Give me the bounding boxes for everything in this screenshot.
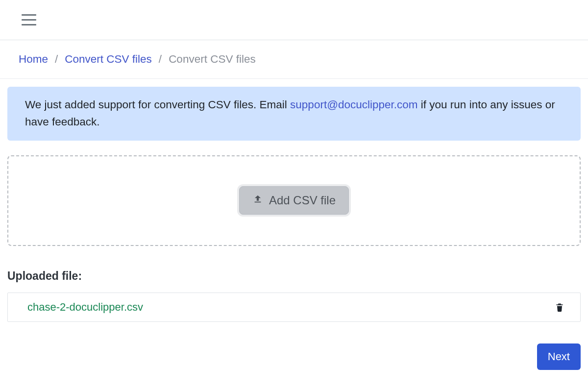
add-file-button[interactable]: Add CSV file — [239, 186, 349, 215]
uploaded-heading: Uploaded file: — [7, 270, 581, 283]
breadcrumb-bar: Home / Convert CSV files / Convert CSV f… — [0, 40, 588, 79]
upload-icon — [252, 194, 263, 207]
next-button[interactable]: Next — [537, 343, 581, 370]
delete-file-button[interactable] — [554, 301, 565, 314]
file-dropzone[interactable]: Add CSV file — [7, 155, 581, 246]
hamburger-line — [22, 19, 36, 21]
menu-toggle-button[interactable] — [19, 11, 39, 29]
hamburger-line — [22, 14, 36, 16]
support-email-link[interactable]: support@docuclipper.com — [290, 98, 417, 111]
breadcrumb: Home / Convert CSV files / Convert CSV f… — [19, 53, 569, 66]
navbar — [0, 0, 588, 40]
breadcrumb-separator: / — [159, 53, 162, 66]
uploaded-file-row: chase-2-docuclipper.csv — [7, 293, 581, 322]
main-content: We just added support for converting CSV… — [0, 79, 588, 370]
alert-text-before: We just added support for converting CSV… — [25, 98, 290, 111]
breadcrumb-link-home[interactable]: Home — [19, 53, 48, 66]
footer-actions: Next — [7, 343, 581, 370]
breadcrumb-separator: / — [55, 53, 58, 66]
info-alert: We just added support for converting CSV… — [7, 87, 581, 141]
add-file-button-label: Add CSV file — [269, 194, 336, 207]
breadcrumb-current: Convert CSV files — [169, 53, 256, 66]
trash-icon — [555, 301, 564, 313]
uploaded-file-name: chase-2-docuclipper.csv — [27, 301, 143, 314]
hamburger-line — [22, 24, 36, 25]
breadcrumb-link-convert-csv[interactable]: Convert CSV files — [65, 53, 152, 66]
